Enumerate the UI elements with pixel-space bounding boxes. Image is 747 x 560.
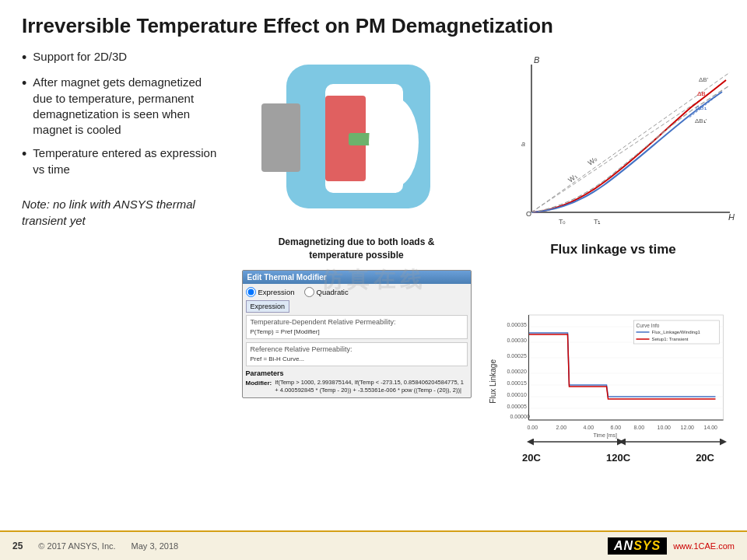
left-column: Support for 2D/3D After magnet gets dema… (22, 49, 224, 502)
svg-text:Setup1: Transient: Setup1: Transient (652, 337, 689, 341)
svg-text:12.00: 12.00 (681, 425, 695, 430)
svg-text:0.00: 0.00 (528, 425, 538, 430)
svg-text:0.00010: 0.00010 (507, 392, 527, 397)
svg-text:0.00005: 0.00005 (507, 404, 527, 409)
modifier-label: Modifier: (246, 379, 272, 387)
svg-text:ΔB: ΔB (697, 90, 706, 97)
ansys-logo: ANSYS (608, 537, 667, 555)
svg-text:0.00000: 0.00000 (510, 414, 530, 419)
section2-title: Reference Relative Permeability: (251, 345, 463, 353)
middle-column: Demagnetizing due to both loads & temper… (232, 49, 481, 502)
footer-url: www.1CAE.com (673, 541, 735, 551)
flux-chart-wrap: Flux Linkage 0.00035 0.00030 0.00025 0.0… (489, 261, 738, 502)
section1-title: Temperature-Dependent Relative Permeabil… (251, 318, 463, 326)
svg-text:T₁: T₁ (594, 218, 601, 226)
svg-text:O: O (526, 210, 531, 218)
temp-label-1: 120C (606, 452, 630, 464)
svg-text:a: a (521, 140, 525, 148)
svg-text:14.00: 14.00 (704, 425, 718, 430)
dialog-section-permeability: Temperature-Dependent Relative Permeabil… (246, 315, 468, 339)
diagram-caption: Demagnetizing due to both loads & temper… (255, 236, 458, 262)
bullet-list: Support for 2D/3D After magnet gets dema… (22, 49, 224, 185)
dialog-title: Edit Thermal Modifier (243, 271, 471, 284)
bullet-3: Temperature entered as expression vs tim… (22, 145, 224, 177)
flux-title: Flux linkage vs time (489, 242, 738, 257)
svg-text:8.00: 8.00 (634, 425, 645, 430)
svg-text:Flux_Linkage/Winding1: Flux_Linkage/Winding1 (652, 330, 701, 334)
svg-text:W₀: W₀ (587, 156, 599, 167)
dialog-radio-row: Expression Quadratic (246, 287, 468, 297)
svg-text:0.00025: 0.00025 (507, 353, 527, 359)
svg-text:ΔB₁: ΔB₁ (696, 104, 707, 111)
dialog-tab: Expression (246, 300, 290, 313)
svg-point-5 (369, 97, 419, 187)
svg-text:0.00035: 0.00035 (507, 322, 527, 327)
footer-page: 25 (12, 541, 23, 551)
svg-text:W₁: W₁ (566, 172, 579, 184)
svg-text:4.00: 4.00 (584, 425, 594, 430)
svg-text:Curve Info: Curve Info (637, 323, 660, 328)
section3-label: Parameters (246, 369, 468, 377)
footer: 25 © 2017 ANSYS, Inc. May 3, 2018 ANSYS … (0, 530, 747, 560)
bh-svg: B H O T₀ T₁ W₀ W₁ (489, 49, 738, 236)
magnet-svg (247, 57, 465, 220)
flux-chart-container: Flux linkage vs time Flux Linkage 0.0003… (489, 242, 738, 502)
bh-chart: B H O T₀ T₁ W₀ W₁ (489, 49, 738, 236)
flux-ylabel: Flux Linkage (489, 359, 497, 404)
svg-text:ΔB': ΔB' (699, 76, 709, 83)
svg-text:H: H (728, 212, 735, 222)
footer-right: ANSYS www.1CAE.com (608, 537, 735, 555)
svg-text:T₀: T₀ (559, 218, 566, 226)
bullet-2: After magnet gets demagnetized due to te… (22, 75, 224, 138)
thermal-dialog: Edit Thermal Modifier Expression Quadrat… (242, 270, 472, 398)
note-text: Note: no link with ANSYS thermal transie… (22, 196, 224, 229)
footer-date: May 3, 2018 (132, 541, 179, 551)
svg-text:0.00030: 0.00030 (507, 338, 527, 343)
svg-text:0.00020: 0.00020 (507, 369, 527, 374)
magnet-diagram (240, 49, 473, 228)
temp-labels: 20C 120C 20C (499, 452, 738, 464)
temp-label-0: 20C (522, 452, 541, 464)
radio-quadratic: Quadratic (304, 287, 349, 297)
flux-svg-container: 0.00035 0.00030 0.00025 0.00020 0.00015 … (499, 311, 738, 451)
dialog-modifier-row: Modifier: If(Temp > 1000, 2.993875144, I… (246, 379, 468, 394)
flux-svg: 0.00035 0.00030 0.00025 0.00020 0.00015 … (499, 311, 738, 447)
footer-copyright: © 2017 ANSYS, Inc. (38, 541, 115, 551)
svg-text:6.00: 6.00 (611, 425, 622, 430)
section1-formula: P(Temp) = Pref [Modifier] (251, 327, 463, 336)
svg-text:10.00: 10.00 (658, 425, 672, 430)
svg-text:ΔB₁': ΔB₁' (695, 117, 707, 124)
svg-text:2.00: 2.00 (556, 425, 567, 430)
dialog-section-reference: Reference Relative Permeability: Pref = … (246, 342, 468, 366)
svg-rect-1 (261, 103, 300, 172)
modifier-value: If(Temp > 1000, 2.993875144, If(Temp < -… (275, 379, 467, 394)
bullet-1: Support for 2D/3D (22, 49, 224, 67)
svg-text:Time [ms]: Time [ms] (594, 432, 618, 439)
right-column: B H O T₀ T₁ W₀ W₁ (489, 49, 738, 502)
radio-expression: Expression (246, 287, 295, 297)
slide: Irreversible Temperature Effect on PM De… (0, 0, 747, 560)
svg-line-15 (531, 96, 707, 212)
temp-label-2: 20C (696, 452, 714, 464)
section2-formula: Pref = Bi-H Curve... (251, 355, 463, 363)
content-area: Support for 2D/3D After magnet gets dema… (22, 49, 725, 502)
svg-text:0.00015: 0.00015 (507, 380, 527, 386)
slide-title: Irreversible Temperature Effect on PM De… (22, 14, 725, 38)
svg-text:B: B (534, 55, 539, 65)
